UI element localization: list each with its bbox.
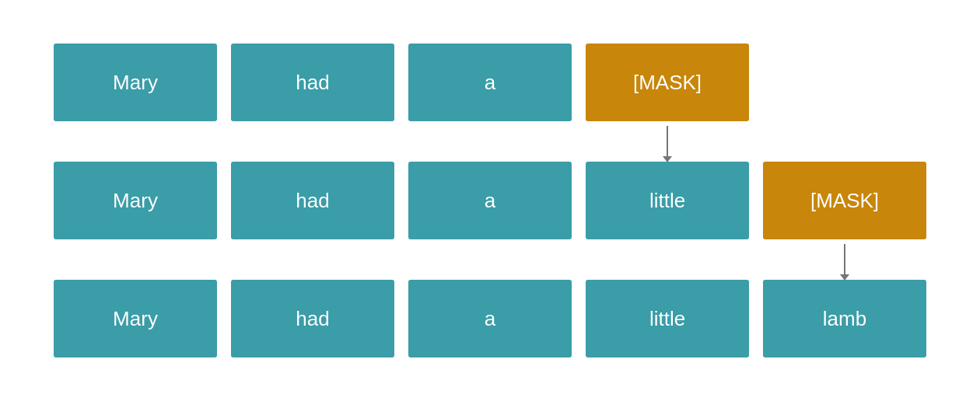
gap-cell-1 (54, 121, 217, 162)
token-r3-a: a (408, 280, 572, 357)
token-r1-mask: [MASK] (586, 44, 749, 121)
gap2-cell-2 (231, 239, 394, 280)
gap2-cell-3 (408, 239, 572, 280)
token-r2-a: a (408, 162, 572, 239)
token-r3-had: had (231, 280, 394, 357)
token-r1-mary: Mary (54, 44, 217, 121)
gap-cell-arrow-1 (586, 121, 749, 162)
token-r1-a: a (408, 44, 572, 121)
arrow-1 (667, 126, 668, 157)
gap-row-1 (54, 121, 926, 162)
token-r2-had: had (231, 162, 394, 239)
gap2-cell-arrow-2 (763, 239, 926, 280)
diagram: Mary had a [MASK] Mary had a little (54, 44, 926, 357)
arrow-2 (844, 244, 845, 275)
gap2-cell-4 (586, 239, 749, 280)
row-3: Mary had a little lamb (54, 280, 926, 357)
gap-cell-3 (408, 121, 572, 162)
token-r3-lamb: lamb (763, 280, 926, 357)
token-r3-little: little (586, 280, 749, 357)
gap-cell-2 (231, 121, 394, 162)
token-r2-mary: Mary (54, 162, 217, 239)
token-r2-mask: [MASK] (763, 162, 926, 239)
gap2-cell-1 (54, 239, 217, 280)
row-2: Mary had a little [MASK] (54, 162, 926, 239)
token-r3-mary: Mary (54, 280, 217, 357)
token-r2-little: little (586, 162, 749, 239)
token-r1-had: had (231, 44, 394, 121)
gap-row-2 (54, 239, 926, 280)
row-1: Mary had a [MASK] (54, 44, 926, 121)
